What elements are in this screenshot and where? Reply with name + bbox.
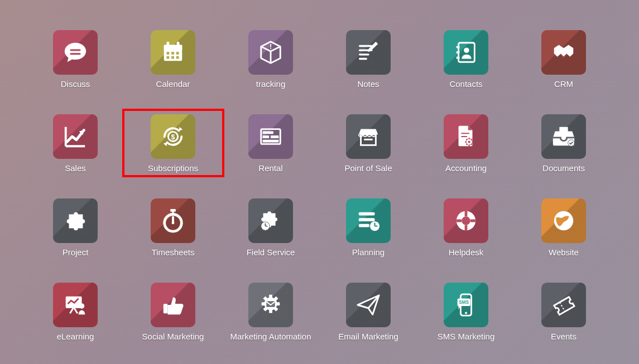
svg-rect-55 [359,224,369,227]
storefront-icon [346,114,391,159]
app-label: Email Marketing [338,332,398,341]
app-label: Sales [65,163,86,173]
svg-rect-54 [359,218,375,221]
dollar-cycle-icon: $ [151,114,195,159]
app-sales[interactable]: Sales [27,111,124,175]
app-label: Timesheets [152,247,195,257]
svg-line-38 [471,144,472,145]
svg-point-83 [465,312,467,314]
app-helpdesk[interactable]: Helpdesk [417,195,515,259]
app-label: Social Marketing [142,332,204,341]
app-label: Website [549,247,579,257]
paper-plane-icon [346,283,391,327]
app-notes[interactable]: Notes [320,27,417,91]
svg-rect-7 [171,52,174,55]
ticket-icon [541,283,586,327]
svg-line-86 [560,302,565,312]
svg-rect-18 [457,46,460,48]
thumbs-up-icon [151,283,195,327]
svg-line-68 [74,308,78,314]
app-subscriptions[interactable]: $Subscriptions [124,111,222,175]
app-email-marketing[interactable]: Email Marketing [320,279,417,343]
svg-rect-10 [171,56,174,59]
svg-rect-11 [176,56,179,59]
app-label: Documents [542,163,585,173]
app-discuss[interactable]: Discuss [27,27,124,91]
puzzle-icon [53,198,98,243]
app-website[interactable]: Website [515,195,613,259]
svg-rect-53 [359,212,375,216]
stopwatch-icon [151,198,195,243]
handshake-icon [541,30,586,75]
app-launcher-grid: DiscussCalendar!trackingNotesContactsCRM… [0,27,639,343]
svg-point-60 [462,216,470,225]
app-label: Subscriptions [148,163,198,173]
svg-line-39 [466,144,467,145]
svg-text:$: $ [171,133,175,141]
svg-line-37 [466,139,467,140]
app-timesheets[interactable]: Timesheets [124,195,222,259]
svg-line-40 [471,139,472,140]
app-label: Field Service [247,247,295,257]
app-calendar[interactable]: Calendar [124,27,222,91]
app-rental[interactable]: Rental [222,111,320,175]
svg-line-67 [70,308,73,314]
phone-sms-icon: SMS [444,283,488,327]
package-icon: ! [248,30,293,75]
address-book-icon [444,30,488,75]
svg-point-32 [468,140,470,143]
app-project[interactable]: Project [27,195,124,259]
app-marketing-automation[interactable]: Marketing Automation [222,279,320,343]
svg-point-69 [79,303,85,309]
app-accounting[interactable]: Accounting [417,111,515,175]
svg-rect-5 [177,42,180,47]
svg-rect-70 [164,304,168,313]
svg-line-76 [265,298,267,300]
gear-mail-icon [248,283,293,327]
app-sms-marketing[interactable]: SMSSMS Marketing [417,279,515,343]
app-label: Helpdesk [449,247,484,257]
note-pencil-icon [346,30,391,75]
app-label: Discuss [61,79,90,89]
app-planning[interactable]: Planning [320,195,417,259]
svg-point-21 [464,47,469,53]
app-label: Notes [357,79,379,89]
app-label: Calendar [156,79,190,89]
svg-rect-0 [70,49,80,51]
svg-rect-8 [176,52,179,55]
app-label: Point of Sale [344,163,392,173]
app-documents[interactable]: Documents [515,111,613,175]
svg-rect-28 [263,140,279,143]
inbox-check-icon [541,114,586,159]
app-point-of-sale[interactable]: Point of Sale [320,111,417,175]
app-label: Planning [352,247,385,257]
chat-icon [53,30,98,75]
app-tracking[interactable]: !tracking [222,27,320,91]
app-label: CRM [554,79,573,89]
puzzle-clock-icon [248,198,293,243]
svg-rect-25 [263,131,273,134]
app-crm[interactable]: CRM [515,27,613,91]
svg-text:!: ! [270,43,272,51]
list-clock-icon [346,198,391,243]
calendar-icon [151,30,195,75]
svg-line-78 [265,308,267,310]
app-label: SMS Marketing [438,332,495,341]
svg-rect-43 [559,127,568,133]
app-social-marketing[interactable]: Social Marketing [124,279,222,343]
svg-rect-19 [457,51,460,54]
app-field-service[interactable]: Field Service [222,195,320,259]
svg-rect-1 [70,53,80,55]
board-person-icon [53,283,98,327]
svg-point-49 [172,221,175,224]
app-label: tracking [256,79,286,89]
svg-rect-6 [167,52,170,55]
lifebuoy-icon [444,198,488,243]
schedule-grid-icon [248,114,293,159]
svg-text:SMS: SMS [459,300,469,305]
app-label: Contacts [449,79,482,89]
app-contacts[interactable]: Contacts [417,27,515,91]
app-label: Marketing Automation [230,332,311,341]
app-events[interactable]: Events [515,279,613,343]
app-elearning[interactable]: eLearning [27,279,124,343]
